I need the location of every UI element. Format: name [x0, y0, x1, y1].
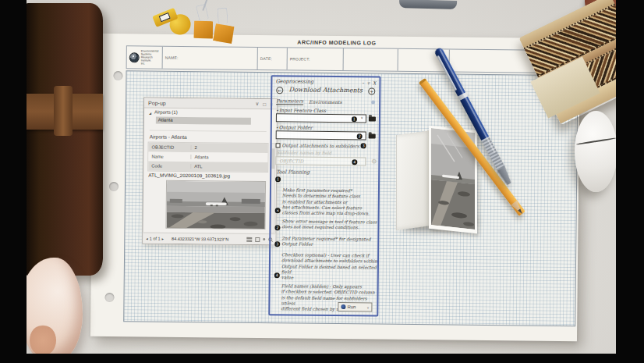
- esri-logo-cell: Environmental Systems Research Institute…: [127, 46, 163, 68]
- letterbox-bar-bottom: [0, 354, 644, 363]
- name-field-label: NAME:: [165, 55, 179, 60]
- punch-hole: [104, 293, 114, 302]
- output-folder-field: 2: [276, 130, 366, 140]
- popup-panel-printout: Pop-up ∨ □ × ◢ Airports (1) Atlanta Airp…: [142, 97, 278, 245]
- popup-titlebar: Pop-up ∨ □ ×: [144, 98, 277, 109]
- browse-folder-icon: [369, 116, 376, 121]
- annotation-marker-3: 3: [361, 143, 366, 148]
- next-record-icon: ▸: [162, 236, 165, 240]
- pink-stone: [20, 258, 83, 363]
- pin-icon: ▿: [367, 80, 370, 85]
- sketch-tool-header: ← Download Attachments +: [274, 86, 377, 96]
- metal-tool-edge: [399, 0, 457, 9]
- field-value: 2: [191, 145, 196, 150]
- computer-mouse: [575, 111, 617, 192]
- required-bullet-icon: •: [276, 125, 278, 130]
- note-2-marker: 2: [274, 225, 280, 230]
- tab-parameters: Parameters: [276, 98, 303, 105]
- popup-title: Pop-up: [148, 100, 252, 106]
- required-bullet-icon: •: [276, 108, 278, 112]
- record-pager: 1 of 1: [150, 236, 161, 240]
- panel-title: Geoprocessing: [275, 78, 359, 85]
- esri-globe-icon: [129, 52, 140, 62]
- punch-hole: [109, 182, 119, 191]
- project-field-label: PROJECT:: [290, 56, 310, 61]
- leather-journal: [26, 3, 103, 276]
- esri-org-text: Environmental Systems Research Institute…: [141, 49, 159, 65]
- subfolder-field-label: Subfolder names by field: [276, 150, 331, 155]
- field-name: OBJECTID: [148, 144, 191, 150]
- notes-title: Tool Planning: [276, 169, 310, 174]
- prev-record-icon: ◂: [146, 236, 148, 240]
- output-folder-label: •Output Folder: [276, 124, 313, 130]
- attachment-photo: [165, 180, 266, 230]
- photo-card-left-face: [396, 130, 430, 230]
- header-table: Environmental Systems Research Institute…: [126, 45, 579, 73]
- geoprocessing-sketch: Geoprocessing – ▿ X ← Download Attachmen…: [268, 75, 380, 316]
- checkbox-icon: [276, 143, 281, 148]
- close-icon: X: [373, 80, 376, 85]
- binder-clip-handle: [217, 8, 228, 24]
- tab-environments: Environments: [309, 98, 342, 104]
- run-icon: [341, 304, 345, 309]
- desk-photo-scene: ARC/INFO MODELING LOG Environmental Syst…: [0, 0, 644, 363]
- checkbox-label: Output attachments to subfolders: [282, 143, 359, 148]
- field-value: ATL: [191, 164, 202, 169]
- tool-title: Download Attachments: [274, 86, 377, 94]
- date-field-cell: DATE:: [258, 48, 288, 69]
- attachment-filename: ATL_MVIMG_20200109_103619.jpg: [148, 172, 230, 178]
- sketch-tabs: Parameters Environments: [276, 98, 375, 105]
- gear-icon: ⚙: [371, 158, 377, 165]
- run-label: Run: [347, 304, 356, 309]
- error-marker-icon: ×: [275, 208, 281, 213]
- table-row: Code ATL: [148, 161, 267, 172]
- note-1-marker: 1: [275, 176, 281, 182]
- letterbox-bar-left: [0, 0, 27, 363]
- field-name: Code: [148, 163, 191, 169]
- tree-item-atlanta: Atlanta: [156, 117, 251, 125]
- binder-clip: [192, 20, 214, 41]
- input-feature-class-field: 1 ∨: [276, 113, 366, 123]
- status-dot-icon: [371, 100, 375, 104]
- airport-photo-graphic: [166, 181, 266, 230]
- input-feature-class-label: •Input Feature Class: [276, 107, 326, 113]
- collapse-icon: ∨: [256, 101, 260, 107]
- print-icon: [246, 237, 252, 241]
- minimize-icon: –: [362, 80, 364, 85]
- subfolder-field-value: OBJECTID 4: [275, 156, 366, 165]
- dock-icon: □: [263, 101, 266, 107]
- project-field-cell: PROJECT:: [288, 48, 344, 70]
- tree-group-label: Airports (1): [154, 110, 178, 115]
- date-field-label: DATE:: [260, 56, 272, 61]
- sketch-titlebar: Geoprocessing – ▿ X: [275, 78, 376, 85]
- letterbox-bar-right: [616, 0, 644, 363]
- run-caret-icon: ∨: [366, 305, 369, 309]
- mouse-seam-line: [576, 137, 616, 144]
- note-3-marker: 3: [274, 241, 280, 247]
- dropdown-caret-icon: ∨: [361, 116, 363, 119]
- annotation-marker-1: 1: [352, 116, 357, 122]
- new-window-icon: [255, 237, 260, 241]
- name-field-cell: NAME:: [163, 47, 258, 69]
- blank-cell: [344, 48, 398, 71]
- annotation-marker-2: 2: [357, 133, 363, 139]
- dot-icon: [263, 238, 265, 240]
- browse-folder-icon: [369, 133, 376, 138]
- field-name: Name: [148, 154, 191, 159]
- subfolder-checkbox-row: Output attachments to subfolders 3: [276, 142, 366, 148]
- add-to-project-icon: +: [368, 87, 375, 94]
- annotation-marker-4: 4: [352, 159, 357, 165]
- pink-stone-patch: [30, 325, 56, 356]
- popup-section-title: Airports - Atlanta: [150, 130, 267, 141]
- popup-footer: ◂ 1 of 1 ▸ 84.4323321°W 33.6371323°N: [143, 232, 275, 244]
- punch-hole: [113, 71, 122, 80]
- tree-expander-icon: ◢: [149, 111, 151, 115]
- field-value: Atlanta: [191, 155, 208, 159]
- note-4-marker: 4: [274, 272, 280, 278]
- journal-strap-knot: [54, 86, 73, 136]
- coordinates-readout: 84.4323321°W 33.6371323°N: [172, 236, 243, 241]
- attribute-table: OBJECTID 2 Name Atlanta Code ATL: [147, 141, 268, 173]
- run-button-sketch: Run ∨: [338, 302, 372, 311]
